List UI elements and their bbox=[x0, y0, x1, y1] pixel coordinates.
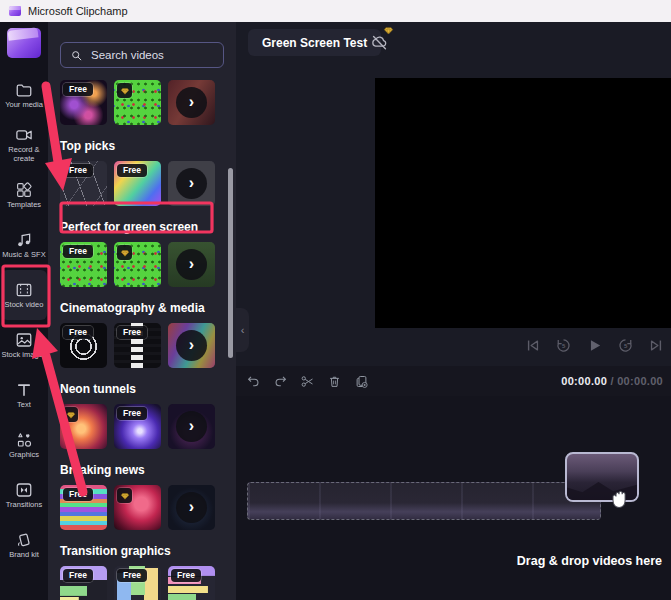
thumbnail-row: FreeFree› bbox=[60, 161, 215, 206]
free-badge: Free bbox=[63, 326, 93, 339]
video-thumbnail-rainbow-swirl[interactable]: Free bbox=[114, 161, 161, 206]
see-more-button[interactable]: › bbox=[168, 242, 215, 287]
total-time: 00:00.00 bbox=[617, 375, 663, 387]
rewind-5s-button[interactable]: 5 bbox=[555, 337, 572, 354]
video-thumbnail-blocks-3[interactable]: Free bbox=[168, 566, 215, 600]
text-icon bbox=[15, 381, 33, 399]
see-more-button[interactable]: › bbox=[168, 80, 215, 125]
stock-video-panel: Search videos Free›Top picksFreeFree›Per… bbox=[48, 22, 236, 600]
sidebar-item-label: Stock images bbox=[1, 351, 46, 360]
section-heading-perfect-for-green-screen: Perfect for green screen bbox=[60, 220, 215, 234]
timeline-track-area[interactable]: Drag & drop videos here bbox=[236, 396, 671, 600]
timeline-toolbar: 00:00.00 / 00:00.00 bbox=[236, 366, 671, 396]
editor-header: Green Screen Test bbox=[236, 22, 671, 62]
video-thumbnail-neon-orange[interactable] bbox=[60, 404, 107, 449]
panel-scrollbar[interactable] bbox=[228, 168, 233, 358]
camera-icon bbox=[15, 126, 33, 144]
brand-kit-icon bbox=[15, 531, 33, 549]
undo-button[interactable] bbox=[246, 374, 261, 389]
chevron-right-icon: › bbox=[168, 161, 215, 206]
see-more-button[interactable]: › bbox=[168, 404, 215, 449]
sidebar-item-label: Text bbox=[17, 401, 31, 410]
playback-controls: 55 bbox=[524, 330, 665, 360]
free-badge: Free bbox=[63, 245, 93, 258]
premium-gem-icon bbox=[117, 83, 132, 98]
chevron-right-icon: › bbox=[168, 80, 215, 125]
clipchamp-logo-small-icon bbox=[9, 6, 21, 16]
video-thumbnail-blocks-2[interactable]: Free bbox=[114, 566, 161, 600]
see-more-button[interactable]: › bbox=[168, 485, 215, 530]
sidebar-item-record-create[interactable]: Record & create bbox=[1, 120, 47, 170]
watermark-button[interactable] bbox=[364, 29, 394, 56]
sidebar-item-templates[interactable]: Templates bbox=[1, 170, 47, 220]
free-badge: Free bbox=[63, 83, 93, 96]
thumbnail-row: Free› bbox=[60, 404, 215, 449]
timeline: 00:00.00 / 00:00.00 Drag & drop videos h… bbox=[236, 366, 671, 600]
sidebar-item-label: Transitions bbox=[6, 501, 42, 510]
clipchamp-logo[interactable] bbox=[7, 28, 41, 58]
video-thumbnail-film-countdown[interactable]: Free bbox=[60, 323, 107, 368]
premium-gem-icon bbox=[383, 25, 394, 36]
sidebar-item-graphics[interactable]: Graphics bbox=[1, 420, 47, 470]
thumbnail-row: FreeFreeFree bbox=[60, 566, 215, 600]
time-display: 00:00.00 / 00:00.00 bbox=[561, 375, 663, 387]
video-thumbnail-neon-tunnel[interactable]: Free bbox=[114, 404, 161, 449]
project-title-input[interactable]: Green Screen Test bbox=[248, 29, 381, 56]
sidebar-item-music-sfx[interactable]: Music & SFX bbox=[1, 220, 47, 270]
film-icon bbox=[15, 281, 33, 299]
time-separator: / bbox=[607, 375, 617, 387]
music-icon bbox=[15, 231, 33, 249]
skip-start-button[interactable] bbox=[524, 337, 541, 354]
search-input[interactable]: Search videos bbox=[60, 42, 224, 68]
thumbnail-row: Free› bbox=[60, 485, 215, 530]
see-more-button[interactable]: › bbox=[168, 161, 215, 206]
video-preview bbox=[375, 78, 671, 328]
chevron-right-icon: › bbox=[168, 323, 215, 368]
video-thumbnail-green-confetti[interactable]: Free bbox=[60, 242, 107, 287]
sidebar-item-transitions[interactable]: Transitions bbox=[1, 470, 47, 520]
split-button[interactable] bbox=[300, 374, 315, 389]
sidebar: Your mediaRecord & createTemplatesMusic … bbox=[0, 22, 48, 600]
video-thumbnail-green-confetti[interactable] bbox=[114, 242, 161, 287]
free-badge: Free bbox=[171, 569, 201, 582]
video-thumbnail-bw-typography[interactable]: Free bbox=[114, 323, 161, 368]
play-button[interactable] bbox=[586, 337, 603, 354]
sidebar-item-label: Stock video bbox=[5, 301, 44, 310]
window-title-bar: Microsoft Clipchamp bbox=[0, 0, 671, 22]
delete-button[interactable] bbox=[327, 374, 342, 389]
sidebar-item-label: Brand kit bbox=[9, 551, 39, 560]
section-heading-cinematography-media: Cinematography & media bbox=[60, 301, 215, 315]
see-more-button[interactable]: › bbox=[168, 323, 215, 368]
premium-gem-icon bbox=[63, 407, 78, 422]
section-heading-top-picks: Top picks bbox=[60, 139, 215, 153]
skip-end-button[interactable] bbox=[648, 337, 665, 354]
sidebar-item-your-media[interactable]: Your media bbox=[1, 70, 47, 120]
sidebar-item-label: Templates bbox=[7, 201, 41, 210]
chevron-right-icon: › bbox=[168, 404, 215, 449]
thumbnail-row: Free› bbox=[60, 242, 215, 287]
thumbnail-row: FreeFree› bbox=[60, 323, 215, 368]
editor-content: Green Screen Test 55 00:00.00 / 00:00.00 bbox=[236, 22, 671, 600]
image-icon bbox=[15, 331, 33, 349]
free-badge: Free bbox=[63, 488, 93, 501]
video-thumbnail-news-globe[interactable] bbox=[114, 485, 161, 530]
video-thumbnail-green-confetti[interactable] bbox=[114, 80, 161, 125]
premium-gem-icon bbox=[117, 488, 132, 503]
sidebar-item-label: Your media bbox=[5, 101, 43, 110]
video-thumbnail-white-scribbles[interactable]: Free bbox=[60, 161, 107, 206]
free-badge: Free bbox=[63, 569, 93, 582]
redo-button[interactable] bbox=[273, 374, 288, 389]
forward-5s-button[interactable]: 5 bbox=[617, 337, 634, 354]
sidebar-item-stock-video[interactable]: Stock video bbox=[1, 270, 47, 320]
video-thumbnail-tv-static[interactable]: Free bbox=[60, 485, 107, 530]
sidebar-item-brand-kit[interactable]: Brand kit bbox=[1, 520, 47, 570]
video-thumbnail-purple-fireworks[interactable]: Free bbox=[60, 80, 107, 125]
collapse-panel-button[interactable]: ‹ bbox=[236, 308, 249, 352]
free-badge: Free bbox=[117, 164, 147, 177]
app-window: Microsoft Clipchamp Your mediaRecord & c… bbox=[0, 0, 671, 600]
app-body: Your mediaRecord & createTemplatesMusic … bbox=[0, 22, 671, 600]
sidebar-item-stock-images[interactable]: Stock images bbox=[1, 320, 47, 370]
duplicate-button[interactable] bbox=[354, 374, 369, 389]
sidebar-item-text[interactable]: Text bbox=[1, 370, 47, 420]
video-thumbnail-blocks-1[interactable]: Free bbox=[60, 566, 107, 600]
